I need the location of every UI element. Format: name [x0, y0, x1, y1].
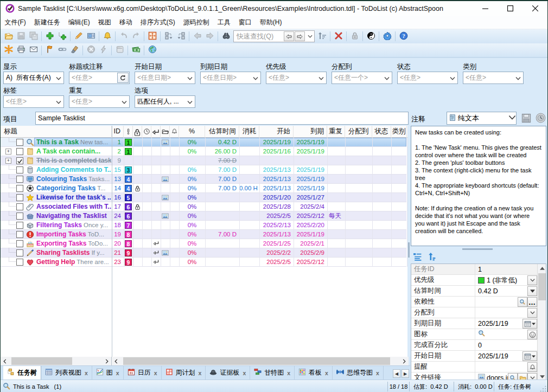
- menu-item-0[interactable]: 文件(F): [1, 16, 30, 29]
- toggle-theme-button[interactable]: [365, 30, 377, 42]
- help-button[interactable]: ?: [397, 30, 410, 42]
- comments-history-button[interactable]: [536, 113, 546, 123]
- attribute-value[interactable]: 1: [476, 264, 538, 275]
- new-task-button[interactable]: [43, 30, 56, 42]
- scroll-thumb[interactable]: [123, 357, 390, 365]
- task-checkbox[interactable]: [16, 148, 23, 155]
- task-row-20[interactable]: Exporting Tasks ToDo...2080%2025/1/25202…: [1, 239, 407, 248]
- column-header-due[interactable]: 到期: [294, 126, 327, 138]
- open-tasklist-button[interactable]: [2, 30, 15, 42]
- task-checkbox[interactable]: [16, 139, 23, 146]
- new-subtask-button[interactable]: [56, 30, 68, 42]
- task-title[interactable]: Getting Help There are...: [36, 258, 111, 267]
- tab-close-icon[interactable]: x: [376, 370, 379, 376]
- comments-box[interactable]: New tasks can be created using: 1. The '…: [411, 126, 546, 246]
- comments-save-button[interactable]: [521, 113, 532, 124]
- task-checkbox[interactable]: [16, 259, 23, 266]
- email-task-button[interactable]: [27, 44, 40, 56]
- task-row-18[interactable]: Filtering Tasks Once y...1870%2025/2/132…: [1, 221, 407, 230]
- task-title[interactable]: Likewise for the task's ...: [36, 193, 111, 202]
- menu-item-5[interactable]: 排序方式(S): [136, 16, 179, 29]
- calendar-button[interactable]: [522, 351, 537, 361]
- cancel-button[interactable]: [85, 44, 97, 56]
- column-header-assign[interactable]: 分配到: [345, 126, 372, 138]
- move-task-in-button[interactable]: [175, 30, 187, 42]
- view-log-button[interactable]: [113, 44, 126, 56]
- task-checkbox[interactable]: [16, 157, 23, 164]
- edit-task-title-button[interactable]: [72, 30, 85, 42]
- column-header-spent[interactable]: 消耗: [239, 126, 259, 138]
- column-header-start[interactable]: 开始: [259, 126, 294, 138]
- undo-button[interactable]: [117, 30, 130, 42]
- task-title[interactable]: Colouring Tasks Tasks...: [36, 175, 111, 184]
- find-tasks-button[interactable]: [220, 30, 232, 42]
- maximize-button[interactable]: [498, 1, 522, 16]
- filter-combo[interactable]: <任意一个>: [332, 72, 392, 84]
- preferences-button[interactable]: [381, 30, 393, 42]
- task-checkbox[interactable]: [16, 203, 23, 210]
- tab-周计划[interactable]: 周计划x: [162, 366, 206, 380]
- tab-思维导图[interactable]: 思维导图x: [333, 366, 384, 380]
- task-row-24[interactable]: Navigating the Tasklist2460%2025/2/52025…: [1, 211, 407, 221]
- sort-button[interactable]: [316, 30, 328, 42]
- task-title[interactable]: Associated Files with T...: [36, 202, 111, 211]
- custom-tool-1-button[interactable]: [2, 44, 15, 56]
- run-tool-button[interactable]: [97, 44, 110, 56]
- quick-find-prev-button[interactable]: [284, 31, 294, 41]
- task-checkbox[interactable]: [16, 166, 23, 173]
- quick-find-next-button[interactable]: [295, 31, 305, 41]
- column-header-clock[interactable]: [142, 126, 151, 138]
- menu-item-6[interactable]: 源码控制: [179, 16, 213, 29]
- column-header-lock[interactable]: [133, 126, 142, 138]
- tab-scroll-right-button[interactable]: ▶: [402, 369, 409, 378]
- project-input[interactable]: Sample Tasklist: [35, 112, 409, 125]
- clear-field-button[interactable]: [68, 44, 81, 56]
- column-header-bell[interactable]: [170, 126, 179, 138]
- filter-combo[interactable]: <任意日期>: [135, 72, 195, 84]
- icon-picker-button[interactable]: [527, 330, 537, 339]
- task-checkbox[interactable]: [16, 240, 23, 247]
- task-row-14[interactable]: Categorizing Tasks T...1440%7.00 D0.00 H…: [1, 184, 407, 193]
- task-title[interactable]: A Task can contain...: [36, 147, 111, 156]
- tab-close-icon[interactable]: x: [243, 370, 246, 376]
- tab-close-icon[interactable]: x: [154, 370, 157, 376]
- dropdown-button[interactable]: [527, 308, 537, 318]
- tab-任务树[interactable]: 任务树: [3, 366, 41, 380]
- task-title[interactable]: Importing Tasks ToD...: [36, 230, 111, 239]
- scroll-thumb[interactable]: [11, 357, 72, 365]
- sort-attributes-icon[interactable]: [428, 252, 437, 263]
- menu-item-2[interactable]: 编辑(E): [64, 16, 94, 29]
- task-row-21[interactable]: Sharing Tasklists If y...2190%2025/2/220…: [1, 248, 407, 258]
- task-title[interactable]: This is a Task New tas...: [36, 138, 111, 147]
- flag-task-button[interactable]: [43, 44, 56, 56]
- task-checkbox[interactable]: [16, 194, 23, 201]
- menu-item-3[interactable]: 视图: [94, 16, 115, 29]
- task-checkbox[interactable]: [16, 213, 23, 220]
- save-all-button[interactable]: [27, 30, 40, 42]
- set-reminder-button[interactable]: [101, 30, 113, 42]
- save-tasklist-button[interactable]: [15, 30, 27, 42]
- reminder-button[interactable]: [527, 362, 537, 372]
- filter-combo[interactable]: <任意>: [397, 72, 458, 84]
- next-task-button[interactable]: [203, 30, 216, 42]
- task-dependency-button[interactable]: [56, 44, 68, 56]
- task-row-9[interactable]: +This is a completed task97.00 D: [1, 156, 407, 165]
- expand-button[interactable]: +: [5, 158, 11, 164]
- menu-item-4[interactable]: 移动: [115, 16, 136, 29]
- tab-scroll-left-button[interactable]: ◀: [393, 369, 400, 378]
- resize-grip-icon[interactable]: [539, 385, 547, 392]
- task-title[interactable]: This is a completed task: [36, 156, 111, 165]
- scroll-left-arrow[interactable]: [112, 357, 120, 365]
- column-header-title[interactable]: 标题: [1, 126, 112, 138]
- tab-图[interactable]: 图x: [92, 366, 124, 380]
- task-row-2[interactable]: +A Task can contain...210%26.00 D2025/1/…: [1, 147, 407, 156]
- set-task-icon-button[interactable]: [85, 30, 97, 42]
- column-header-dep[interactable]: [151, 126, 161, 138]
- filter-combo[interactable]: <任意>: [69, 95, 130, 108]
- scroll-right-arrow[interactable]: [400, 357, 409, 365]
- task-title[interactable]: Exporting Tasks ToDo...: [36, 239, 111, 248]
- print-button[interactable]: [15, 44, 27, 56]
- delete-task-button[interactable]: [332, 30, 345, 42]
- task-checkbox[interactable]: [16, 176, 23, 183]
- task-title[interactable]: Adding Comments to T...: [36, 165, 111, 175]
